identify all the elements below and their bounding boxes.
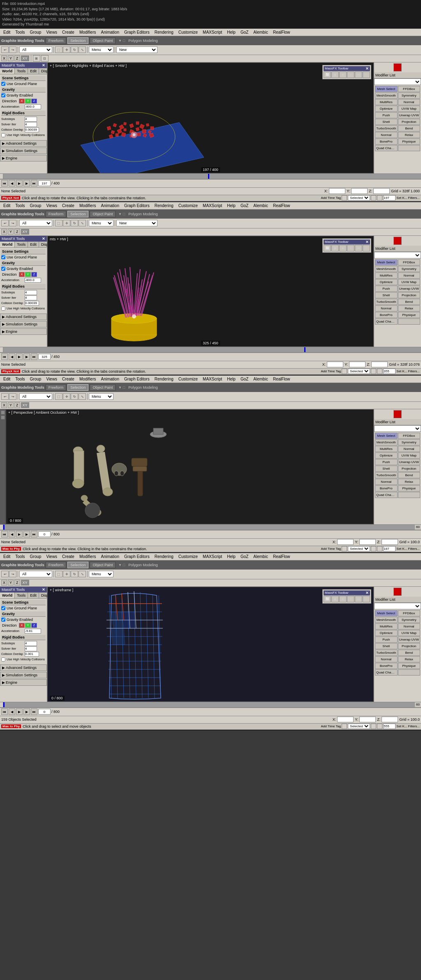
mod-btn-projection-3[interactable]: Projection bbox=[398, 466, 421, 472]
play-play-1[interactable]: ▶ bbox=[16, 180, 23, 187]
menu-views-1[interactable]: Views bbox=[44, 30, 59, 35]
tb-scale-4[interactable]: ⤡ bbox=[79, 571, 86, 577]
play-next-1[interactable]: ▶ bbox=[23, 180, 30, 187]
graphite-object-paint-3[interactable]: Object Paint bbox=[90, 384, 116, 391]
mini-btn-1[interactable] bbox=[1, 410, 5, 415]
timeline-slider-4[interactable] bbox=[3, 702, 5, 707]
high-velocity-cb-2[interactable] bbox=[1, 307, 5, 311]
tb-undo-3[interactable]: ↩ bbox=[1, 393, 9, 400]
play-start-4[interactable]: ⏮ bbox=[1, 708, 8, 715]
menu-goz-3[interactable]: GoZ bbox=[238, 377, 250, 381]
play-prev-4[interactable]: ◀ bbox=[9, 708, 15, 715]
mod-btn-optimize-3[interactable]: Optimize bbox=[375, 452, 398, 459]
play-start-1[interactable]: ⏮ bbox=[1, 180, 8, 187]
tb-view-dropdown-2[interactable]: Menu bbox=[89, 220, 113, 226]
mod-btn-physique-3[interactable]: Physique bbox=[398, 485, 421, 491]
massfx-tb-btn5[interactable]: ⏭ bbox=[355, 71, 362, 78]
massfx-toolbar-close-1[interactable]: ✕ bbox=[365, 67, 369, 71]
play-prev-2[interactable]: ◀ bbox=[9, 353, 15, 360]
massfx-tb2-btn5[interactable]: ⏭ bbox=[355, 245, 362, 251]
timeline-slider-1[interactable] bbox=[208, 174, 209, 179]
mod-btn-normal-2[interactable]: Normal bbox=[398, 272, 421, 279]
menu-alembic-4[interactable]: Alembic bbox=[251, 554, 270, 559]
modifier-dropdown-1[interactable] bbox=[374, 78, 421, 85]
tb-rotate-3[interactable]: ↻ bbox=[71, 393, 78, 400]
menu-customize-4[interactable]: Customize bbox=[176, 554, 200, 559]
color-swatch-2[interactable] bbox=[393, 237, 402, 245]
mod-btn-physique-1[interactable]: Physique bbox=[398, 138, 421, 145]
mod-btn-bonepro-1[interactable]: BonePro bbox=[375, 138, 398, 145]
tb-undo-4[interactable]: ↩ bbox=[1, 571, 9, 577]
color-swatch-1[interactable] bbox=[393, 63, 402, 71]
advanced-settings-2[interactable]: ▶Advanced Settings bbox=[0, 314, 47, 320]
gravity-cb-1[interactable] bbox=[1, 93, 5, 97]
axis-x-1[interactable]: X bbox=[1, 55, 7, 61]
add-time-tag-2[interactable]: Add Time Tag bbox=[321, 369, 341, 373]
menu-group-2[interactable]: Group bbox=[28, 203, 44, 208]
menu-customize-2[interactable]: Customize bbox=[176, 203, 200, 208]
dir-x-1[interactable]: X bbox=[19, 99, 25, 104]
status-x-input-4[interactable] bbox=[337, 717, 354, 722]
tb-view-dropdown-1[interactable]: Menu bbox=[89, 46, 113, 53]
status-z-input-1[interactable] bbox=[373, 188, 390, 194]
substeps-input-4[interactable] bbox=[25, 641, 37, 646]
high-velocity-cb-4[interactable] bbox=[1, 657, 5, 662]
physx-btn3-4[interactable]: ▶ bbox=[377, 724, 382, 729]
color-swatch-4[interactable] bbox=[393, 588, 402, 596]
menu-views-4[interactable]: Views bbox=[44, 554, 59, 559]
graphite-selection-1[interactable]: Selection bbox=[67, 37, 88, 44]
tb-view-dropdown-4[interactable]: Menu bbox=[89, 571, 113, 577]
timeline-track-3[interactable] bbox=[3, 525, 415, 530]
menu-customize-3[interactable]: Customize bbox=[176, 377, 200, 381]
mod-btn-physique-2[interactable]: Physique bbox=[398, 312, 421, 318]
mod-btn-symmetry-4[interactable]: Symmetry bbox=[398, 617, 421, 623]
mod-btn-symmetry-1[interactable]: Symmetry bbox=[398, 92, 421, 99]
massfx-tab-tools-1[interactable]: Tools bbox=[15, 68, 28, 74]
physx-btn2-1[interactable]: ◀ bbox=[371, 195, 376, 201]
menu-create-1[interactable]: Create bbox=[60, 30, 76, 35]
mod-btn-relax-4[interactable]: Relax bbox=[398, 656, 421, 662]
frame-input-2[interactable] bbox=[38, 354, 51, 360]
massfx-tb-btn3[interactable]: ▶ bbox=[339, 71, 347, 78]
modifier-dropdown-2[interactable] bbox=[374, 252, 421, 258]
massfx-tb4-btn5[interactable]: ⏭ bbox=[355, 596, 362, 602]
physx-frame-4[interactable] bbox=[383, 724, 396, 729]
mod-btn-unwrap-2[interactable]: Unwrap UVW bbox=[398, 286, 421, 292]
mod-btn-bonepro-3[interactable]: BonePro bbox=[375, 485, 398, 491]
massfx-tab-tools-4[interactable]: Tools bbox=[15, 593, 28, 598]
viewport-1[interactable]: + [ Smooth + Highlights + Edged Faces + … bbox=[47, 62, 374, 173]
timeline-2[interactable] bbox=[0, 347, 421, 353]
massfx-tb4-btn3[interactable]: ▶ bbox=[339, 596, 347, 602]
mod-btn-normal2-4[interactable]: Normal bbox=[375, 656, 398, 662]
tb-undo-2[interactable]: ↩ bbox=[1, 220, 9, 226]
play-end-2[interactable]: ⏭ bbox=[31, 353, 37, 360]
mod-btn-turbosmooth-3[interactable]: TurboSmooth bbox=[375, 472, 398, 478]
tb-rotate-4[interactable]: ↻ bbox=[71, 571, 78, 577]
tb-select-2[interactable]: ⬚ bbox=[55, 220, 62, 226]
mod-btn-meshsmooth-2[interactable]: MeshSmooth bbox=[375, 266, 398, 272]
viewport-2[interactable]: mts + HW ] MassFX Toolbar ✕ ⬜ ◼ ▶ ⏸ ⏭ ↩ bbox=[47, 236, 374, 347]
mod-btn-optimize-2[interactable]: Optimize bbox=[375, 279, 398, 285]
mod-btn-turbosmooth-2[interactable]: TurboSmooth bbox=[375, 299, 398, 305]
axis-y-2[interactable]: Y bbox=[8, 229, 14, 235]
mod-btn-push-1[interactable]: Push bbox=[375, 112, 398, 118]
play-end-1[interactable]: ⏭ bbox=[31, 180, 37, 187]
tb-redo-4[interactable]: ↪ bbox=[9, 571, 16, 577]
mod-btn-bend-1[interactable]: Bend bbox=[398, 125, 421, 131]
mod-btn-physique-4[interactable]: Physique bbox=[398, 663, 421, 669]
menu-graph-4[interactable]: Graph Editors bbox=[122, 554, 152, 559]
mod-btn-uvwmap-1[interactable]: UVW Map bbox=[398, 106, 421, 112]
play-end-4[interactable]: ⏭ bbox=[31, 708, 37, 715]
physx-select-1[interactable]: Selected bbox=[348, 195, 370, 201]
mod-btn-shell-1[interactable]: Shell bbox=[375, 119, 398, 125]
mod-btn-multires-2[interactable]: MultiRes bbox=[375, 272, 398, 279]
add-time-tag-1[interactable]: Add Time Tag bbox=[321, 196, 341, 200]
massfx-close-4[interactable]: ✕ bbox=[42, 588, 45, 592]
mod-btn-turbosmooth-1[interactable]: TurboSmooth bbox=[375, 125, 398, 131]
menu-animation-2[interactable]: Animation bbox=[99, 203, 121, 208]
physx-auto-1[interactable]: A bbox=[342, 195, 347, 201]
dir-y-2[interactable]: Y bbox=[25, 272, 31, 277]
menu-rendering-3[interactable]: Rendering bbox=[153, 377, 176, 381]
menu-views-2[interactable]: Views bbox=[44, 203, 59, 208]
massfx-tab-edit-1[interactable]: Edit bbox=[28, 68, 39, 74]
